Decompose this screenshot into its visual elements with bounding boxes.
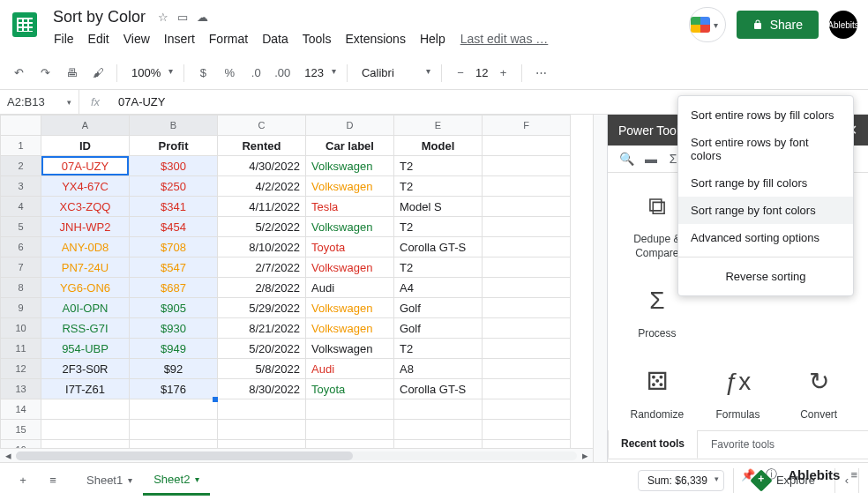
cell[interactable] <box>306 399 394 420</box>
cell[interactable]: 4/11/2022 <box>218 197 306 217</box>
cell[interactable] <box>483 217 571 237</box>
row-header-2[interactable]: 2 <box>1 156 41 176</box>
cell[interactable] <box>483 339 571 359</box>
cell[interactable] <box>394 399 483 420</box>
cell[interactable] <box>130 420 218 440</box>
cell[interactable]: Toyota <box>306 379 394 399</box>
cell[interactable] <box>41 399 130 420</box>
row-header-4[interactable]: 4 <box>1 197 41 217</box>
cell[interactable] <box>483 359 571 379</box>
sort-menu-item[interactable]: Sort range by font colors <box>678 197 853 224</box>
menu-view[interactable]: View <box>117 28 156 49</box>
cell[interactable]: Model S <box>394 197 483 217</box>
tool-formulas[interactable]: ƒxFormulas <box>698 364 779 422</box>
row-header-8[interactable]: 8 <box>1 278 41 298</box>
scroll-right-button[interactable]: ▸ <box>577 449 593 462</box>
cell[interactable] <box>483 298 571 318</box>
table-header-cell[interactable]: Car label <box>306 136 394 156</box>
cell[interactable]: 954-UBP <box>41 339 130 359</box>
cloud-status-icon[interactable]: ☁ <box>197 11 208 24</box>
meet-button[interactable]: ▾ <box>689 7 726 42</box>
cell[interactable]: Volkswagen <box>306 156 394 176</box>
sort-menu-item[interactable]: Advanced sorting options <box>678 224 853 251</box>
cell[interactable] <box>483 399 571 420</box>
cell[interactable]: RSS-G7I <box>41 318 130 339</box>
cell[interactable] <box>41 420 130 440</box>
sort-menu-item[interactable]: Sort entire rows by fill colors <box>678 101 853 129</box>
row-header-10[interactable]: 10 <box>1 318 41 339</box>
cell[interactable]: A4 <box>394 278 483 298</box>
column-header-E[interactable]: E <box>394 116 483 136</box>
share-button[interactable]: Share <box>737 11 819 39</box>
cell[interactable]: 2F3-S0R <box>41 359 130 379</box>
font-family-select[interactable]: Calibri <box>355 64 434 81</box>
menu-tools[interactable]: Tools <box>296 28 338 49</box>
last-edit-link[interactable]: Last edit was … <box>460 28 549 49</box>
cell[interactable]: Volkswagen <box>306 339 394 359</box>
cell[interactable]: $708 <box>130 237 218 257</box>
move-icon[interactable]: ▭ <box>177 11 188 24</box>
cell[interactable]: Volkswagen <box>306 318 394 339</box>
cell[interactable]: T2 <box>394 176 483 197</box>
tool-convert[interactable]: ↻Convert <box>778 364 859 422</box>
cell[interactable]: Corolla GT-S <box>394 379 483 399</box>
cell[interactable]: $454 <box>130 217 218 237</box>
cell[interactable]: Volkswagen <box>306 298 394 318</box>
cell[interactable]: $687 <box>130 278 218 298</box>
cell[interactable]: 2/8/2022 <box>218 278 306 298</box>
sidebar-remove-icon[interactable]: ▬ <box>641 149 661 168</box>
cell[interactable]: Tesla <box>306 197 394 217</box>
cell[interactable]: 4/2/2022 <box>218 176 306 197</box>
cell[interactable] <box>130 399 218 420</box>
spreadsheet-grid[interactable]: ABCDEF1IDProfitRentedCar labelModel207A-… <box>0 115 593 462</box>
menu-help[interactable]: Help <box>414 28 452 49</box>
horizontal-scrollbar[interactable]: ◂ ▸ <box>0 448 593 462</box>
add-sheet-button[interactable]: + <box>12 470 34 491</box>
row-header-13[interactable]: 13 <box>1 379 41 399</box>
table-header-cell[interactable]: Profit <box>130 136 218 156</box>
selection-handle[interactable] <box>213 397 218 402</box>
tab-recent-tools[interactable]: Recent tools <box>608 430 698 459</box>
table-header-cell[interactable] <box>483 136 571 156</box>
menu-format[interactable]: Format <box>203 28 254 49</box>
cell[interactable]: $341 <box>130 197 218 217</box>
sidebar-search-icon[interactable]: 🔍 <box>617 149 636 168</box>
cell[interactable]: $250 <box>130 176 218 197</box>
cell[interactable]: 5/8/2022 <box>218 359 306 379</box>
cell[interactable]: Golf <box>394 318 483 339</box>
cell[interactable]: Corolla GT-S <box>394 237 483 257</box>
cell[interactable] <box>483 379 571 399</box>
format-percent-button[interactable]: % <box>218 62 241 85</box>
cell[interactable]: $930 <box>130 318 218 339</box>
quicksum-box[interactable]: Sum: $6,339 <box>638 470 724 491</box>
decrease-decimal-button[interactable]: .0 <box>244 62 267 85</box>
cell[interactable]: XC3-ZQQ <box>41 197 130 217</box>
number-format-select[interactable]: 123 <box>297 64 340 81</box>
paint-format-button[interactable]: 🖌 <box>86 62 109 85</box>
vertical-scrollbar[interactable] <box>593 115 607 462</box>
cell[interactable] <box>306 420 394 440</box>
cell[interactable]: YG6-ON6 <box>41 278 130 298</box>
cell[interactable]: 8/21/2022 <box>218 318 306 339</box>
cell[interactable]: $300 <box>130 156 218 176</box>
print-button[interactable]: 🖶 <box>60 62 83 85</box>
tab-favorite-tools[interactable]: Favorite tools <box>698 431 788 459</box>
all-sheets-button[interactable]: ≡ <box>42 470 64 491</box>
cell[interactable]: Golf <box>394 298 483 318</box>
cell[interactable]: Volkswagen <box>306 257 394 278</box>
scroll-left-button[interactable]: ◂ <box>0 449 16 462</box>
sort-menu-item[interactable]: Sort entire rows by font colors <box>678 129 853 169</box>
menu-edit[interactable]: Edit <box>82 28 116 49</box>
cell[interactable]: T2 <box>394 156 483 176</box>
undo-button[interactable]: ↶ <box>7 62 30 85</box>
tool-randomize[interactable]: ⚄Randomize <box>617 364 698 422</box>
cell[interactable] <box>483 156 571 176</box>
menu-file[interactable]: File <box>48 28 80 49</box>
column-header-A[interactable]: A <box>41 116 130 136</box>
format-currency-button[interactable]: $ <box>191 62 214 85</box>
font-size-decrease[interactable]: − <box>449 62 472 85</box>
row-header-1[interactable]: 1 <box>1 136 41 156</box>
cell[interactable] <box>483 197 571 217</box>
cell[interactable]: ANY-0D8 <box>41 237 130 257</box>
table-header-cell[interactable]: Model <box>394 136 483 156</box>
